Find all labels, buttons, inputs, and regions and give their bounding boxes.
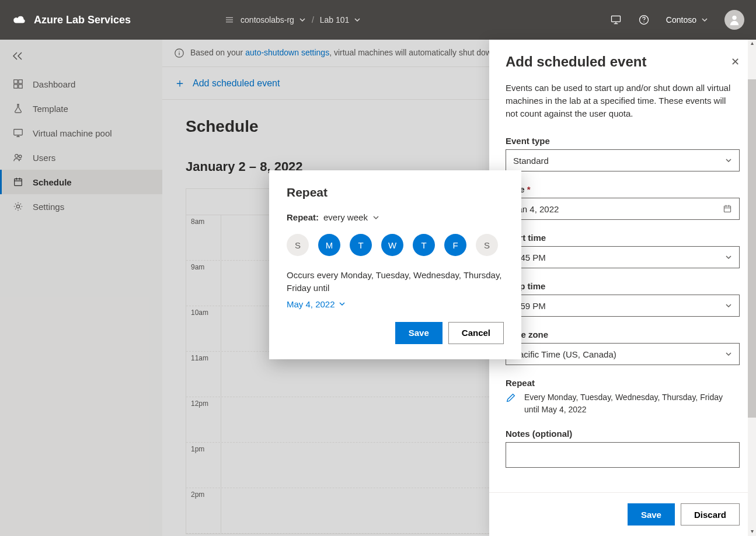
- modal-actions: Save Cancel: [287, 322, 504, 344]
- day-toggle[interactable]: S: [476, 234, 498, 256]
- sidebar: Dashboard Template Virtual machine pool …: [0, 40, 162, 536]
- start-time-select[interactable]: 3:45 PM: [506, 246, 740, 268]
- scrollbar-thumb[interactable]: [748, 79, 756, 418]
- add-event-panel: Add scheduled event ✕ Events can be used…: [489, 40, 756, 536]
- breadcrumb: contosolabs-rg / Lab 101: [224, 15, 361, 25]
- pencil-icon[interactable]: [506, 393, 516, 403]
- scrollbar[interactable]: [748, 40, 756, 536]
- sidebar-item-label: Virtual machine pool: [33, 128, 112, 138]
- day-picker: SMTWTFS: [287, 234, 504, 256]
- dashboard-icon: [13, 79, 23, 89]
- time-label: 10am: [186, 306, 221, 351]
- sidebar-item-vm-pool[interactable]: Virtual machine pool: [0, 121, 162, 145]
- panel-discard-button[interactable]: Discard: [681, 503, 740, 526]
- svg-rect-8: [14, 129, 22, 135]
- start-time-label: Start time: [506, 233, 740, 243]
- field-time-zone: Time zone Pacific Time (US, Canada): [506, 330, 740, 365]
- time-zone-select[interactable]: Pacific Time (US, Canada): [506, 343, 740, 365]
- date-input[interactable]: Jan 4, 2022: [506, 198, 740, 220]
- scroll-up-arrow[interactable]: ▴: [748, 40, 756, 48]
- day-toggle[interactable]: T: [350, 234, 372, 256]
- svg-rect-0: [611, 16, 620, 22]
- repeat-summary-row: Every Monday, Tuesday, Wednesday, Thursd…: [506, 391, 740, 416]
- topbar: Azure Lab Services contosolabs-rg / Lab …: [0, 0, 756, 40]
- collapse-sidebar-button[interactable]: [0, 51, 162, 72]
- sidebar-item-template[interactable]: Template: [0, 96, 162, 121]
- breadcrumb-resource-group[interactable]: contosolabs-rg: [241, 15, 306, 24]
- svg-point-3: [732, 16, 736, 20]
- sidebar-item-dashboard[interactable]: Dashboard: [0, 72, 162, 96]
- repeat-label: Repeat: [506, 378, 740, 388]
- breadcrumb-lab[interactable]: Lab 101: [320, 15, 361, 24]
- svg-rect-5: [19, 80, 22, 83]
- until-date-picker[interactable]: May 4, 2022: [287, 299, 504, 309]
- help-icon[interactable]: [638, 14, 650, 26]
- time-label: 8am: [186, 215, 221, 260]
- time-label: 9am: [186, 261, 221, 306]
- field-start-time: Start time 3:45 PM: [506, 233, 740, 268]
- resource-group-icon: [224, 15, 235, 25]
- monitor-icon: [13, 128, 23, 138]
- day-toggle[interactable]: F: [444, 234, 466, 256]
- day-toggle[interactable]: W: [381, 234, 403, 256]
- chevron-down-icon: [701, 16, 708, 23]
- double-chevron-left-icon: [12, 51, 23, 61]
- chevron-down-icon: [725, 254, 732, 261]
- modal-cancel-button[interactable]: Cancel: [448, 322, 504, 344]
- event-type-label: Event type: [506, 136, 740, 146]
- stop-time-select[interactable]: 5:59 PM: [506, 295, 740, 317]
- panel-save-button[interactable]: Save: [628, 503, 675, 526]
- close-panel-button[interactable]: ✕: [731, 55, 740, 68]
- time-label: 11am: [186, 352, 221, 397]
- sidebar-item-label: Schedule: [33, 177, 72, 187]
- sidebar-item-users[interactable]: Users: [0, 145, 162, 170]
- day-toggle[interactable]: M: [318, 234, 340, 256]
- field-repeat: Repeat Every Monday, Tuesday, Wednesday,…: [506, 378, 740, 416]
- time-zone-label: Time zone: [506, 330, 740, 339]
- users-icon: [13, 152, 23, 163]
- notes-textarea[interactable]: [506, 442, 740, 468]
- auto-shutdown-link[interactable]: auto-shutdown settings: [245, 48, 329, 57]
- svg-point-14: [179, 51, 179, 51]
- repeat-frequency-row: Repeat: every week: [287, 212, 504, 222]
- svg-rect-7: [19, 85, 22, 88]
- repeat-frequency-value: every week: [323, 212, 368, 222]
- calendar-icon: [13, 177, 23, 187]
- chevron-down-icon: [339, 300, 346, 307]
- svg-point-9: [15, 155, 18, 157]
- sidebar-item-settings[interactable]: Settings: [0, 194, 162, 219]
- account-menu[interactable]: Contoso: [666, 15, 708, 24]
- flask-icon: [13, 103, 23, 114]
- modal-save-button[interactable]: Save: [395, 322, 443, 344]
- sidebar-item-schedule[interactable]: Schedule: [0, 170, 162, 194]
- topbar-right: Contoso: [610, 10, 744, 30]
- product-logo[interactable]: Azure Lab Services: [12, 13, 131, 26]
- svg-rect-6: [14, 85, 18, 88]
- chevron-down-icon[interactable]: [372, 214, 379, 221]
- breadcrumb-rg-label: contosolabs-rg: [241, 15, 294, 24]
- field-notes: Notes (optional): [506, 429, 740, 468]
- breadcrumb-separator: /: [312, 15, 314, 24]
- stop-time-label: Stop time: [506, 281, 740, 291]
- event-type-select[interactable]: Standard: [506, 149, 740, 171]
- add-event-label: Add scheduled event: [193, 78, 280, 89]
- monitor-icon[interactable]: [610, 14, 622, 26]
- sidebar-item-label: Settings: [33, 202, 64, 212]
- scroll-down-arrow[interactable]: ▾: [748, 528, 756, 536]
- panel-title: Add scheduled event: [506, 54, 646, 70]
- svg-point-2: [643, 22, 644, 22]
- account-label: Contoso: [666, 15, 696, 24]
- svg-rect-11: [15, 179, 22, 186]
- day-toggle[interactable]: T: [413, 234, 435, 256]
- repeat-frequency-label: Repeat:: [287, 212, 319, 222]
- chevron-down-icon: [299, 16, 306, 23]
- date-label: Date *: [506, 184, 740, 194]
- field-date: Date * Jan 4, 2022: [506, 184, 740, 220]
- avatar[interactable]: [724, 10, 744, 30]
- person-icon: [728, 13, 741, 26]
- day-toggle[interactable]: S: [287, 234, 309, 256]
- sidebar-item-label: Users: [33, 153, 55, 163]
- product-name: Azure Lab Services: [34, 14, 131, 26]
- chevron-down-icon: [725, 302, 732, 309]
- panel-body: Events can be used to start up and/or sh…: [489, 76, 756, 492]
